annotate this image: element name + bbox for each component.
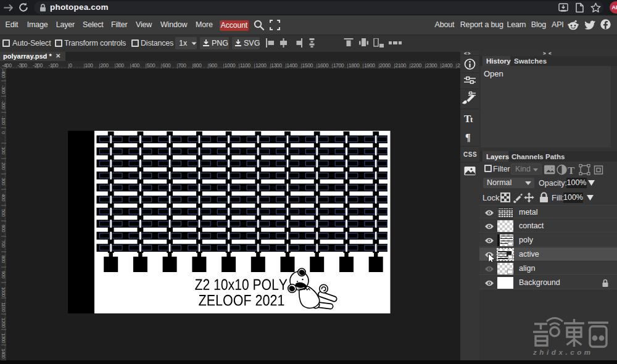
- svg-text:t: t: [470, 115, 473, 124]
- svg-text:CSS: CSS: [463, 151, 477, 158]
- svg-text:zhidx.com: zhidx.com: [532, 349, 594, 356]
- svg-text:¶: ¶: [465, 132, 471, 143]
- svg-text:T: T: [568, 164, 575, 175]
